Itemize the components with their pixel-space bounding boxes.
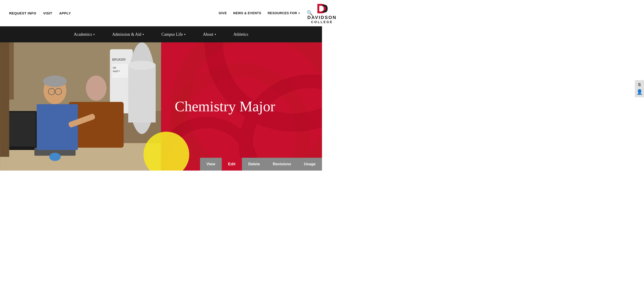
lab-scene-svg: BRUKER D0 hield™: [0, 42, 161, 170]
top-bar: REQUEST INFO VISIT APPLY DAVIDSON COLLEG…: [0, 0, 322, 26]
request-info-link[interactable]: REQUEST INFO: [9, 11, 36, 15]
nav-campus-life[interactable]: Campus Life ▾: [153, 26, 194, 42]
hero-image: BRUKER D0 hield™: [0, 42, 161, 170]
svg-rect-12: [8, 112, 36, 146]
apply-link[interactable]: APPLY: [59, 11, 71, 15]
admin-toolbar: View Edit Delete Revisions Usage: [200, 158, 322, 170]
svg-point-9: [128, 61, 156, 70]
svg-point-16: [86, 76, 106, 101]
resources-chevron-icon: ▼: [298, 12, 300, 14]
hero-title: Chemistry Major: [161, 98, 289, 116]
nav-about[interactable]: About ▾: [194, 26, 225, 42]
resources-for-text[interactable]: RESOURCES FOR: [268, 11, 297, 15]
edit-button[interactable]: Edit: [222, 158, 242, 170]
news-events-link[interactable]: NEWS & EVENTS: [233, 11, 261, 15]
admission-chevron-icon: ▾: [142, 33, 144, 36]
visit-link[interactable]: VISIT: [43, 11, 52, 15]
academics-chevron-icon: ▾: [93, 33, 95, 36]
usage-button[interactable]: Usage: [298, 158, 322, 170]
hero-section: BRUKER D0 hield™: [0, 42, 322, 170]
svg-text:BRUKER: BRUKER: [112, 58, 126, 61]
lab-background: BRUKER D0 hield™: [0, 42, 161, 170]
top-left-links: REQUEST INFO VISIT APPLY: [9, 11, 71, 15]
resources-for-link[interactable]: RESOURCES FOR ▼: [268, 11, 300, 15]
logo-area: DAVIDSON COLLEGE: [307, 2, 322, 24]
svg-text:hield™: hield™: [113, 70, 120, 72]
about-chevron-icon: ▾: [215, 33, 216, 36]
logo-college: COLLEGE: [311, 20, 322, 24]
nav-admission-aid[interactable]: Admission & Aid ▾: [104, 26, 153, 42]
svg-point-19: [43, 76, 67, 87]
campus-life-chevron-icon: ▾: [184, 33, 186, 36]
revisions-button[interactable]: Revisions: [266, 158, 298, 170]
svg-point-15: [49, 153, 61, 161]
svg-rect-8: [128, 65, 156, 122]
svg-rect-26: [0, 42, 9, 157]
give-link[interactable]: GIVE: [219, 11, 227, 15]
top-right-links: GIVE NEWS & EVENTS RESOURCES FOR ▼ 🔍: [219, 10, 313, 16]
svg-text:D0: D0: [113, 66, 116, 69]
nav-bar: Academics ▾ Admission & Aid ▾ Campus Lif…: [0, 26, 322, 42]
logo-name: DAVIDSON: [307, 15, 322, 20]
nav-athletics[interactable]: Athletics: [225, 26, 257, 42]
view-button[interactable]: View: [200, 158, 222, 170]
nav-academics[interactable]: Academics ▾: [65, 26, 104, 42]
logo-dc-icon: [316, 2, 322, 15]
delete-button[interactable]: Delete: [242, 158, 266, 170]
